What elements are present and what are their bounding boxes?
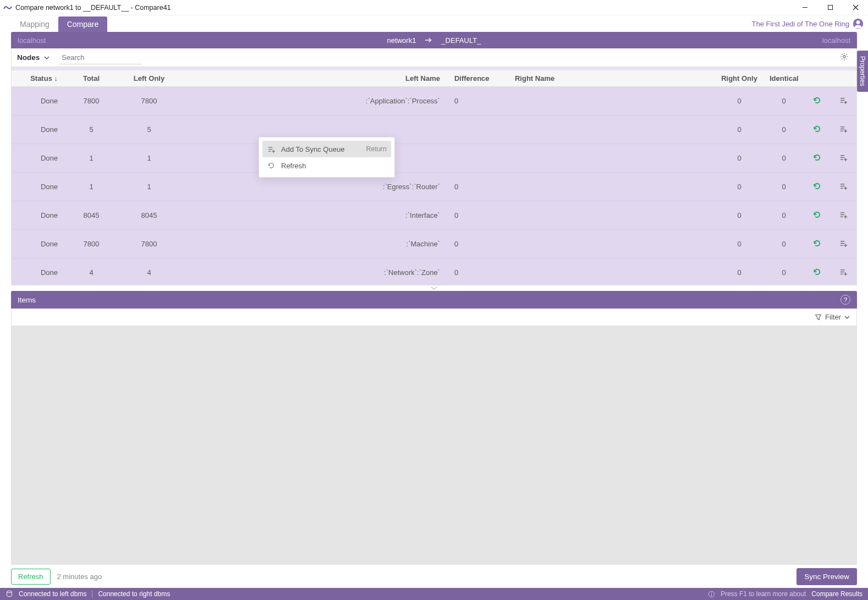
row-refresh-button[interactable] <box>804 239 830 249</box>
table-row[interactable]: Done44:`Network`:`Zone`000 <box>12 258 856 285</box>
gear-icon <box>840 52 849 61</box>
maximize-button[interactable] <box>817 0 843 15</box>
cell-total: 5 <box>67 125 116 134</box>
help-button[interactable]: ? <box>840 295 850 305</box>
table-row[interactable]: Done1100 <box>12 144 856 173</box>
items-filter-bar: Filter <box>11 309 857 326</box>
filter-row: Nodes <box>11 48 857 67</box>
row-queue-button[interactable] <box>830 240 856 249</box>
col-identical[interactable]: Identical <box>764 74 804 82</box>
table-row[interactable]: Done78007800:`Machine`000 <box>12 230 856 258</box>
cell-identical: 0 <box>764 268 804 277</box>
cell-right-only: 0 <box>715 240 764 248</box>
row-refresh-button[interactable] <box>804 125 830 135</box>
table-row[interactable]: Done78007800:`Application`:`Process`000 <box>12 87 856 115</box>
row-refresh-button[interactable] <box>804 96 830 106</box>
col-total[interactable]: Total <box>67 74 116 82</box>
row-queue-button[interactable] <box>830 125 856 134</box>
cell-right-only: 0 <box>715 183 764 191</box>
grid-body[interactable]: Done78007800:`Application`:`Process`000D… <box>12 87 856 285</box>
col-right-name[interactable]: Right Name <box>509 74 715 82</box>
row-refresh-button[interactable] <box>804 182 830 192</box>
user-info[interactable]: The First Jedi of The One Ring <box>751 15 868 32</box>
context-menu: Add To Sync Queue Return Refresh <box>259 137 395 178</box>
cell-left-only: 8045 <box>116 211 182 219</box>
ctx-refresh-label: Refresh <box>281 162 306 170</box>
ctx-add-sync-queue[interactable]: Add To Sync Queue Return <box>262 141 391 157</box>
chevron-down-icon[interactable] <box>844 315 850 320</box>
cell-difference: 0 <box>449 268 509 277</box>
resize-handle[interactable] <box>11 285 857 291</box>
cell-total: 1 <box>67 154 116 162</box>
sync-preview-button[interactable]: Sync Preview <box>796 568 857 585</box>
cell-left-name: :`Egress`:`Router` <box>182 183 449 191</box>
filter-label[interactable]: Filter <box>825 313 841 321</box>
main-toolbar: Mapping Compare The First Jedi of The On… <box>0 15 868 32</box>
table-row[interactable]: Done80458045:`Interface`000 <box>12 201 856 230</box>
refresh-icon <box>267 162 276 169</box>
queue-add-icon <box>267 146 276 153</box>
status-help: Press F1 to learn more about <box>721 590 806 598</box>
cell-left-name: :`Application`:`Process` <box>182 97 449 105</box>
cell-status: Done <box>12 97 67 105</box>
scope-dropdown[interactable]: Nodes <box>17 53 56 62</box>
table-row[interactable]: Done11:`Egress`:`Router`000 <box>12 173 856 201</box>
bottom-bar: Refresh 2 minutes ago Sync Preview <box>11 565 857 588</box>
refresh-button[interactable]: Refresh <box>11 569 51 585</box>
close-button[interactable] <box>843 0 868 15</box>
col-status[interactable]: Status ↓ <box>12 74 67 82</box>
user-avatar-icon <box>853 18 864 29</box>
cell-difference: 0 <box>449 183 509 191</box>
cell-difference: 0 <box>449 240 509 248</box>
cell-left-name: :`Interface` <box>182 211 449 219</box>
cell-left-name: :`Machine` <box>182 240 449 248</box>
cell-left-only: 1 <box>116 154 182 162</box>
cell-difference: 0 <box>449 97 509 105</box>
ctx-refresh[interactable]: Refresh <box>262 157 391 174</box>
items-title: Items <box>18 296 36 304</box>
user-name: The First Jedi of The One Ring <box>751 20 849 28</box>
cell-left-only: 7800 <box>116 240 182 248</box>
cell-total: 8045 <box>67 211 116 219</box>
cell-status: Done <box>12 154 67 162</box>
grip-icon <box>429 286 439 290</box>
col-left-name[interactable]: Left Name <box>182 74 449 82</box>
compare-header: localhost network1 _DEFAULT_ localhost <box>11 32 857 48</box>
cell-identical: 0 <box>764 240 804 248</box>
status-left: Connected to left dbms <box>19 590 86 598</box>
window-title: Compare network1 to __DEFAULT__ - Compar… <box>15 4 792 12</box>
scope-label: Nodes <box>17 53 40 62</box>
status-topic[interactable]: Compare Results <box>811 590 862 598</box>
cell-difference: 0 <box>449 211 509 219</box>
table-row[interactable]: Done5500 <box>12 115 856 144</box>
row-queue-button[interactable] <box>830 268 856 277</box>
left-db: network1 <box>387 36 416 45</box>
properties-tab[interactable]: Properties <box>857 51 868 92</box>
tab-compare[interactable]: Compare <box>58 16 108 32</box>
col-right-only[interactable]: Right Only <box>715 74 764 82</box>
last-refresh-time: 2 minutes ago <box>57 573 102 581</box>
minimize-button[interactable] <box>792 0 817 15</box>
row-queue-button[interactable] <box>830 183 856 191</box>
search-input[interactable] <box>59 51 142 64</box>
app-logo-icon <box>3 4 12 12</box>
row-queue-button[interactable] <box>830 154 856 163</box>
row-refresh-button[interactable] <box>804 153 830 163</box>
tab-mapping[interactable]: Mapping <box>11 16 58 32</box>
cell-left-only: 5 <box>116 125 182 134</box>
row-queue-button[interactable] <box>830 97 856 106</box>
row-refresh-button[interactable] <box>804 211 830 221</box>
chevron-down-icon <box>44 55 50 60</box>
cell-status: Done <box>12 211 67 219</box>
col-difference[interactable]: Difference <box>449 74 509 82</box>
cell-status: Done <box>12 240 67 248</box>
svg-point-46 <box>711 592 712 592</box>
row-queue-button[interactable] <box>830 211 856 220</box>
cell-right-only: 0 <box>715 154 764 162</box>
settings-button[interactable] <box>838 50 851 65</box>
cell-status: Done <box>12 125 67 134</box>
col-left-only[interactable]: Left Only <box>116 74 182 82</box>
cell-identical: 0 <box>764 97 804 105</box>
results-grid: Status ↓ Total Left Only Left Name Diffe… <box>11 70 857 285</box>
row-refresh-button[interactable] <box>804 268 830 278</box>
